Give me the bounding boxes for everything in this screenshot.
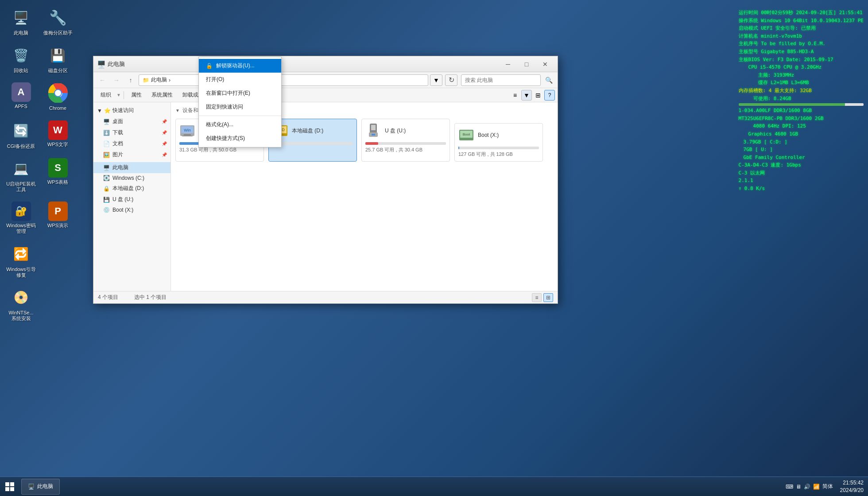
windows-c-icon: 💽: [103, 175, 110, 181]
ctx-item-open[interactable]: 打开(O): [199, 73, 281, 86]
tray-network-icon: 📶: [813, 484, 820, 490]
ctx-item-unlock[interactable]: 🔓 解锁驱动器(U)...: [199, 59, 281, 73]
win-install-icon: 📀: [11, 287, 32, 308]
menu-organize[interactable]: 组织: [96, 89, 116, 101]
dropdown-button[interactable]: ▼: [430, 74, 442, 86]
window-controls: ─ □ ✕: [499, 58, 554, 71]
sidebar-item-desktop[interactable]: 🖥️ 桌面 📌: [93, 116, 170, 127]
cgi-label: CGI备份还原: [7, 143, 35, 149]
desktop-icon-disk[interactable]: 💾 磁盘分区: [41, 42, 74, 76]
desktop-icon-wps-word[interactable]: W WPS文字: [41, 118, 74, 152]
drive-x-icon: Boot: [458, 127, 474, 143]
search-input[interactable]: [461, 74, 541, 86]
ctx-unlock-label: 解锁驱动器(U)...: [216, 62, 255, 70]
downloads-icon: ⬇️: [103, 130, 110, 136]
sidebar-quickaccess-header[interactable]: ▼ ⭐ 快速访问: [93, 105, 170, 116]
search-button[interactable]: 🔍: [542, 74, 555, 86]
maximize-button[interactable]: □: [518, 58, 535, 71]
sysinfo-serial: 主机序号 To be filled by O.E.M.: [739, 40, 864, 48]
wps-excel-icon: S: [48, 158, 68, 178]
desktop-icon-apfs[interactable]: A APFS: [4, 80, 38, 114]
chrome-label: Chrome: [49, 105, 66, 111]
sidebar-pictures-label: 图片: [112, 151, 123, 159]
drive-x-bar-bg: [458, 147, 539, 149]
sysinfo-udisk: 7GB [ U: ]: [739, 146, 864, 154]
view-chevron-button[interactable]: ▼: [521, 90, 532, 101]
content-area: ▼ ⭐ 快速访问 🖥️ 桌面 📌 ⬇️ 下载 📌: [93, 102, 558, 291]
ctx-item-format[interactable]: 格式化(A)...: [199, 118, 281, 132]
explorer-window: 🖥️ 此电脑 ─ □ ✕ ← → ↑ 📁 此电脑 › ▼ ↻ 🔍 组: [93, 56, 558, 304]
drive-header-u: U 盘 (U:): [365, 123, 446, 139]
my-computer-label: 此电脑: [14, 30, 28, 36]
up-button[interactable]: ↑: [124, 74, 137, 86]
view-grid-button[interactable]: ⊞: [533, 90, 543, 101]
desktop-icon-pe[interactable]: 💻 U启动PE装机工具: [4, 155, 38, 195]
chevron-down-icon: ▼: [116, 93, 121, 97]
u-disk-icon: 💾: [103, 197, 110, 203]
close-button[interactable]: ✕: [536, 58, 554, 71]
sidebar-item-u-disk[interactable]: 💾 U 盘 (U:): [93, 194, 170, 205]
desktop-icon-chrome[interactable]: Chrome: [41, 80, 74, 114]
minimize-button[interactable]: ─: [499, 58, 517, 71]
sysinfo-cdisk: 3.79GB [ C:D: ]: [739, 138, 864, 146]
svg-rect-16: [372, 134, 375, 136]
desktop-icon-wps-ppt[interactable]: P WPS演示: [41, 199, 74, 237]
sidebar-windows-c-label: Windows (C:): [112, 175, 144, 181]
menu-sys-properties[interactable]: 系统属性: [147, 89, 177, 101]
desktop-icon-partition-tool[interactable]: 🔧 傲梅分区助手: [41, 4, 74, 39]
address-arrow: ›: [169, 77, 170, 83]
taskbar-explorer-item[interactable]: 🖥️ 此电脑: [21, 479, 60, 495]
wps-excel-label: WPS表格: [47, 179, 68, 185]
wps-word-label: WPS文字: [47, 142, 68, 147]
drive-item-boot-x[interactable]: Boot Boot (X:) 127 GB 可用 , 共 128 GB: [454, 123, 543, 162]
desktop-icon-win-install[interactable]: 📀 WinNTSe... 系统安装: [4, 284, 38, 324]
wps-ppt-icon: P: [48, 202, 68, 221]
sidebar-item-windows-c[interactable]: 💽 Windows (C:): [93, 173, 170, 183]
menu-properties[interactable]: 属性: [127, 89, 146, 101]
sidebar-quickaccess-label: 快速访问: [112, 107, 134, 114]
taskbar-explorer-label: 此电脑: [37, 483, 53, 490]
desktop-icon-my-computer[interactable]: 🖥️ 此电脑: [4, 4, 38, 39]
ctx-item-create-shortcut[interactable]: 创建快捷方式(S): [199, 132, 281, 145]
taskbar: 🖥️ 此电脑 ⌨ 🖥 🔊 📶 简体 21:55:42 2024/9/20: [0, 477, 868, 496]
ctx-item-open-new-window[interactable]: 在新窗口中打开(E): [199, 86, 281, 100]
desktop-icon-win-pwd[interactable]: 🔐 Windows密码管理: [4, 199, 38, 237]
back-button[interactable]: ←: [96, 74, 108, 86]
help-button[interactable]: ?: [544, 90, 555, 101]
desktop-icon-cgi[interactable]: 🔄 CGI备份还原: [4, 118, 38, 152]
pictures-icon: 🖼️: [103, 152, 110, 158]
desktop-icon-win-repair[interactable]: 🔁 Windows引导修复: [4, 241, 38, 281]
forward-button[interactable]: →: [110, 74, 123, 86]
documents-icon: 📄: [103, 141, 110, 147]
cgi-icon: 🔄: [11, 120, 32, 142]
refresh-button[interactable]: ↻: [445, 74, 457, 86]
sidebar-item-boot-x[interactable]: 💿 Boot (X:): [93, 205, 170, 215]
sidebar-item-thispc[interactable]: 🖥️ 此电脑: [93, 162, 170, 173]
recycle-bin-icon: 🗑️: [11, 45, 32, 66]
disk-label: 磁盘分区: [48, 68, 68, 74]
apfs-label: APFS: [15, 104, 27, 109]
sidebar-item-documents[interactable]: 📄 文档 📌: [93, 138, 170, 149]
desktop-icon-recycle[interactable]: 🗑️ 回收站: [4, 42, 38, 76]
sysinfo-bios: 主板BIOS Ver: F3 Date: 2015-09-17: [739, 56, 864, 64]
win-pwd-icon: 🔐: [12, 202, 31, 221]
ctx-item-pin-quick[interactable]: 固定到快速访问: [199, 100, 281, 114]
sysinfo-cpu: CPU i5-4570 CPU @ 3.20GHz: [739, 63, 864, 71]
chrome-icon: [47, 82, 69, 104]
sidebar-item-pictures[interactable]: 🖼️ 图片 📌: [93, 149, 170, 160]
view-list-button[interactable]: ≡: [532, 293, 542, 302]
sidebar: ▼ ⭐ 快速访问 🖥️ 桌面 📌 ⬇️ 下载 📌: [93, 102, 171, 291]
sidebar-item-local-d[interactable]: 🔒 本地磁盘 (D:): [93, 183, 170, 194]
sysinfo-runtime: 运行时间 00时02分59秒 2024-09-20[五] 21:55:41: [739, 9, 864, 17]
desktop-icon-wps-excel[interactable]: S WPS表格: [41, 155, 74, 195]
drive-item-u[interactable]: U 盘 (U:) 25.7 GB 可用 , 共 30.4 GB: [361, 119, 450, 162]
view-tiles-button[interactable]: ⊞: [543, 293, 553, 302]
drive-c-space: 31.3 GB 可用 , 共 50.0 GB: [179, 147, 260, 153]
address-bar[interactable]: 📁 此电脑 ›: [139, 74, 428, 86]
sysinfo-ram1: 1-034.A00LF DDR3/1600 8GB: [739, 107, 864, 115]
start-button[interactable]: [0, 477, 19, 496]
drive-item-local-d[interactable]: HDD 🔒 本地磁盘 (D:): [268, 119, 357, 162]
sidebar-item-downloads[interactable]: ⬇️ 下载 📌: [93, 127, 170, 138]
sysinfo-gpu: 4080 64Hz DPI: 125: [739, 122, 864, 130]
view-details-button[interactable]: ≡: [510, 90, 520, 101]
